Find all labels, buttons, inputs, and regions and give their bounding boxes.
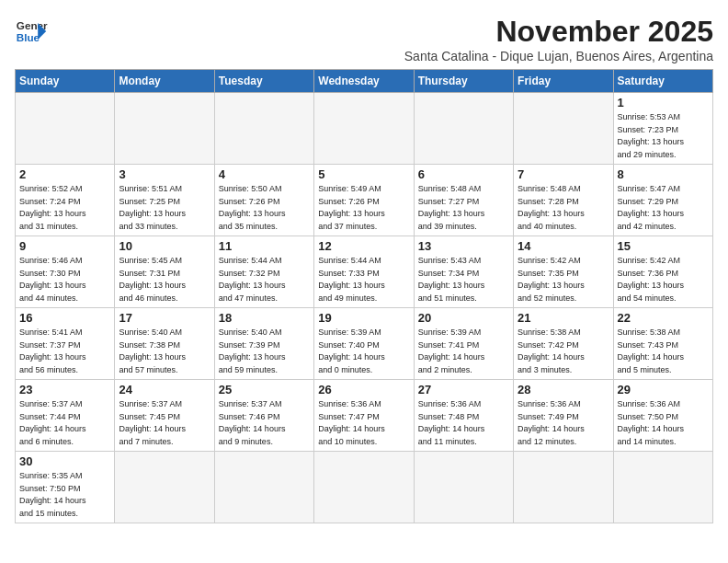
day-info: Sunrise: 5:40 AM Sunset: 7:39 PM Dayligh… bbox=[219, 327, 310, 376]
calendar-cell bbox=[314, 93, 414, 165]
calendar-cell: 27Sunrise: 5:36 AM Sunset: 7:48 PM Dayli… bbox=[414, 380, 513, 452]
day-number: 2 bbox=[19, 167, 110, 181]
weekday-header-monday: Monday bbox=[115, 70, 214, 93]
day-info: Sunrise: 5:39 AM Sunset: 7:41 PM Dayligh… bbox=[418, 327, 509, 376]
calendar-cell bbox=[314, 452, 414, 523]
day-number: 22 bbox=[618, 311, 709, 325]
calendar-body: 1Sunrise: 5:53 AM Sunset: 7:23 PM Daylig… bbox=[16, 93, 713, 523]
calendar-cell: 1Sunrise: 5:53 AM Sunset: 7:23 PM Daylig… bbox=[613, 93, 712, 165]
day-number: 17 bbox=[119, 311, 210, 325]
day-info: Sunrise: 5:42 AM Sunset: 7:35 PM Dayligh… bbox=[518, 255, 609, 304]
day-info: Sunrise: 5:36 AM Sunset: 7:49 PM Dayligh… bbox=[518, 398, 609, 448]
calendar-cell bbox=[414, 452, 513, 523]
day-number: 7 bbox=[518, 167, 609, 181]
calendar-cell: 20Sunrise: 5:39 AM Sunset: 7:41 PM Dayli… bbox=[414, 308, 513, 380]
weekday-header-wednesday: Wednesday bbox=[314, 70, 414, 93]
logo-icon: General Blue bbox=[15, 15, 48, 48]
day-number: 28 bbox=[518, 383, 609, 396]
calendar-cell bbox=[214, 452, 313, 523]
calendar-cell: 16Sunrise: 5:41 AM Sunset: 7:37 PM Dayli… bbox=[16, 308, 115, 380]
title-block: November 2025 Santa Catalina - Dique Luj… bbox=[404, 15, 713, 63]
day-info: Sunrise: 5:52 AM Sunset: 7:24 PM Dayligh… bbox=[19, 183, 110, 233]
calendar-cell: 29Sunrise: 5:36 AM Sunset: 7:50 PM Dayli… bbox=[613, 380, 712, 452]
day-number: 21 bbox=[518, 311, 609, 325]
day-info: Sunrise: 5:44 AM Sunset: 7:32 PM Dayligh… bbox=[219, 255, 310, 304]
calendar-week-5: 23Sunrise: 5:37 AM Sunset: 7:44 PM Dayli… bbox=[16, 380, 713, 452]
calendar-week-6: 30Sunrise: 5:35 AM Sunset: 7:50 PM Dayli… bbox=[16, 452, 713, 523]
day-number: 30 bbox=[19, 454, 110, 468]
day-info: Sunrise: 5:48 AM Sunset: 7:28 PM Dayligh… bbox=[518, 183, 609, 233]
calendar-cell: 10Sunrise: 5:45 AM Sunset: 7:31 PM Dayli… bbox=[115, 236, 214, 308]
day-number: 12 bbox=[318, 239, 409, 253]
calendar-cell: 17Sunrise: 5:40 AM Sunset: 7:38 PM Dayli… bbox=[115, 308, 214, 380]
day-info: Sunrise: 5:36 AM Sunset: 7:50 PM Dayligh… bbox=[618, 398, 709, 448]
day-info: Sunrise: 5:38 AM Sunset: 7:43 PM Dayligh… bbox=[618, 327, 709, 376]
day-number: 23 bbox=[19, 383, 110, 396]
calendar-cell: 11Sunrise: 5:44 AM Sunset: 7:32 PM Dayli… bbox=[214, 236, 313, 308]
day-info: Sunrise: 5:35 AM Sunset: 7:50 PM Dayligh… bbox=[19, 470, 110, 520]
calendar-cell bbox=[613, 452, 712, 523]
calendar-cell: 23Sunrise: 5:37 AM Sunset: 7:44 PM Dayli… bbox=[16, 380, 115, 452]
day-number: 9 bbox=[19, 239, 110, 253]
calendar-cell: 2Sunrise: 5:52 AM Sunset: 7:24 PM Daylig… bbox=[16, 165, 115, 236]
calendar-cell: 22Sunrise: 5:38 AM Sunset: 7:43 PM Dayli… bbox=[613, 308, 712, 380]
calendar-cell: 4Sunrise: 5:50 AM Sunset: 7:26 PM Daylig… bbox=[214, 165, 313, 236]
calendar-cell: 9Sunrise: 5:46 AM Sunset: 7:30 PM Daylig… bbox=[16, 236, 115, 308]
day-info: Sunrise: 5:43 AM Sunset: 7:34 PM Dayligh… bbox=[418, 255, 509, 304]
day-info: Sunrise: 5:49 AM Sunset: 7:26 PM Dayligh… bbox=[318, 183, 409, 233]
day-number: 1 bbox=[618, 96, 709, 109]
subtitle: Santa Catalina - Dique Lujan, Buenos Air… bbox=[404, 49, 713, 63]
calendar-week-3: 9Sunrise: 5:46 AM Sunset: 7:30 PM Daylig… bbox=[16, 236, 713, 308]
day-number: 24 bbox=[119, 383, 210, 396]
calendar-cell: 30Sunrise: 5:35 AM Sunset: 7:50 PM Dayli… bbox=[16, 452, 115, 523]
day-info: Sunrise: 5:36 AM Sunset: 7:48 PM Dayligh… bbox=[418, 398, 509, 448]
day-info: Sunrise: 5:44 AM Sunset: 7:33 PM Dayligh… bbox=[318, 255, 409, 304]
day-number: 14 bbox=[518, 239, 609, 253]
page-header: General Blue November 2025 Santa Catalin… bbox=[15, 15, 713, 63]
day-number: 16 bbox=[19, 311, 110, 325]
calendar-cell: 3Sunrise: 5:51 AM Sunset: 7:25 PM Daylig… bbox=[115, 165, 214, 236]
calendar-cell bbox=[115, 93, 214, 165]
day-number: 3 bbox=[119, 167, 210, 181]
day-number: 18 bbox=[219, 311, 310, 325]
calendar-cell bbox=[214, 93, 313, 165]
calendar-week-4: 16Sunrise: 5:41 AM Sunset: 7:37 PM Dayli… bbox=[16, 308, 713, 380]
day-number: 29 bbox=[618, 383, 709, 396]
calendar-cell bbox=[514, 93, 613, 165]
calendar-cell bbox=[414, 93, 513, 165]
calendar-week-2: 2Sunrise: 5:52 AM Sunset: 7:24 PM Daylig… bbox=[16, 165, 713, 236]
weekday-header-friday: Friday bbox=[514, 70, 613, 93]
weekday-header-sunday: Sunday bbox=[16, 70, 115, 93]
day-info: Sunrise: 5:50 AM Sunset: 7:26 PM Dayligh… bbox=[219, 183, 310, 233]
day-number: 26 bbox=[318, 383, 409, 396]
day-info: Sunrise: 5:51 AM Sunset: 7:25 PM Dayligh… bbox=[119, 183, 210, 233]
calendar-table: SundayMondayTuesdayWednesdayThursdayFrid… bbox=[15, 69, 713, 523]
calendar-cell: 26Sunrise: 5:36 AM Sunset: 7:47 PM Dayli… bbox=[314, 380, 414, 452]
weekday-header-tuesday: Tuesday bbox=[214, 70, 313, 93]
day-number: 10 bbox=[119, 239, 210, 253]
calendar-cell: 13Sunrise: 5:43 AM Sunset: 7:34 PM Dayli… bbox=[414, 236, 513, 308]
day-number: 6 bbox=[418, 167, 509, 181]
day-number: 11 bbox=[219, 239, 310, 253]
weekday-header-saturday: Saturday bbox=[613, 70, 712, 93]
day-info: Sunrise: 5:37 AM Sunset: 7:45 PM Dayligh… bbox=[119, 398, 210, 448]
day-number: 27 bbox=[418, 383, 509, 396]
day-number: 13 bbox=[418, 239, 509, 253]
weekday-header-thursday: Thursday bbox=[414, 70, 513, 93]
calendar-cell: 28Sunrise: 5:36 AM Sunset: 7:49 PM Dayli… bbox=[514, 380, 613, 452]
day-info: Sunrise: 5:46 AM Sunset: 7:30 PM Dayligh… bbox=[19, 255, 110, 304]
day-info: Sunrise: 5:37 AM Sunset: 7:44 PM Dayligh… bbox=[19, 398, 110, 448]
day-info: Sunrise: 5:48 AM Sunset: 7:27 PM Dayligh… bbox=[418, 183, 509, 233]
day-number: 5 bbox=[318, 167, 409, 181]
day-info: Sunrise: 5:41 AM Sunset: 7:37 PM Dayligh… bbox=[19, 327, 110, 376]
calendar-cell: 18Sunrise: 5:40 AM Sunset: 7:39 PM Dayli… bbox=[214, 308, 313, 380]
day-info: Sunrise: 5:53 AM Sunset: 7:23 PM Dayligh… bbox=[618, 111, 709, 161]
day-info: Sunrise: 5:42 AM Sunset: 7:36 PM Dayligh… bbox=[618, 255, 709, 304]
calendar-cell: 8Sunrise: 5:47 AM Sunset: 7:29 PM Daylig… bbox=[613, 165, 712, 236]
calendar-cell: 25Sunrise: 5:37 AM Sunset: 7:46 PM Dayli… bbox=[214, 380, 313, 452]
logo: General Blue bbox=[15, 15, 48, 48]
day-number: 4 bbox=[219, 167, 310, 181]
day-info: Sunrise: 5:37 AM Sunset: 7:46 PM Dayligh… bbox=[219, 398, 310, 448]
day-info: Sunrise: 5:38 AM Sunset: 7:42 PM Dayligh… bbox=[518, 327, 609, 376]
calendar-cell: 12Sunrise: 5:44 AM Sunset: 7:33 PM Dayli… bbox=[314, 236, 414, 308]
